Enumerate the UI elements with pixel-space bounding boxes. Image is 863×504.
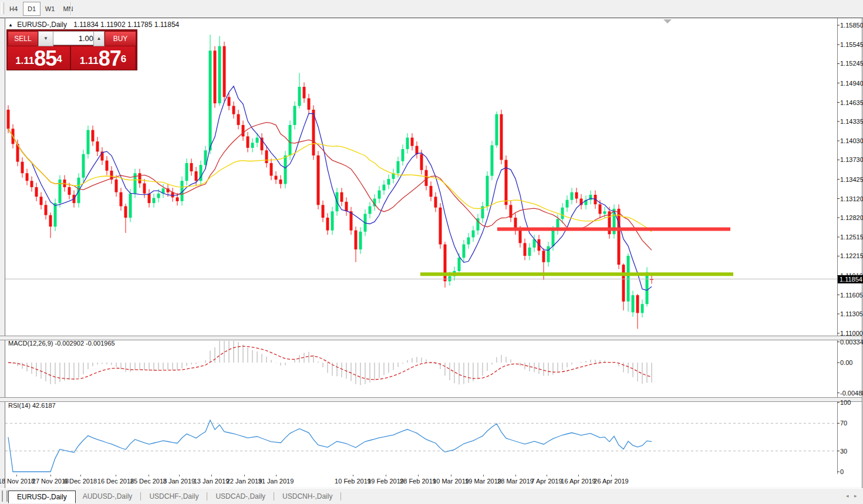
ohlc-values: 1.11834 1.11902 1.11785 1.11854 bbox=[73, 21, 179, 29]
symbol-tab-usdchf[interactable]: USDCHF-,Daily bbox=[142, 491, 205, 502]
date-label: 19 Mar 2019 bbox=[465, 478, 501, 485]
price-tick: 1.12820 bbox=[840, 214, 863, 221]
collapse-panel-icon[interactable]: ▲ bbox=[8, 22, 13, 28]
price-tick: 1.14940 bbox=[840, 80, 863, 87]
date-tick bbox=[80, 475, 81, 476]
date-tick bbox=[483, 475, 484, 476]
macd-tick: -0.004885 bbox=[840, 390, 863, 397]
date-tick bbox=[578, 475, 579, 476]
toolbar-grip[interactable] bbox=[1, 2, 4, 14]
rsi-tick: 30 bbox=[840, 448, 847, 455]
symbol-tab-eurusd[interactable]: EURUSD-,Daily bbox=[8, 491, 76, 503]
date-label: 22 Jan 2019 bbox=[227, 478, 262, 485]
date-tick bbox=[149, 475, 149, 476]
support-line[interactable] bbox=[420, 272, 733, 276]
date-label: 25 Dec 2018 bbox=[130, 478, 167, 485]
price-tick: 1.15545 bbox=[840, 41, 863, 48]
date-label: 6 Dec 2018 bbox=[64, 478, 97, 485]
date-tick bbox=[211, 475, 212, 476]
volume-input[interactable] bbox=[53, 31, 97, 45]
date-tick bbox=[611, 475, 612, 476]
buy-price-display[interactable]: 1.11876 bbox=[71, 46, 135, 70]
macd-label: MACD(12,26,9) -0.002902 -0.001965 bbox=[8, 340, 115, 347]
sell-button[interactable]: SELL bbox=[8, 31, 38, 46]
tab-bar-grip[interactable] bbox=[2, 491, 8, 502]
rsi-label: RSI(14) 42.6187 bbox=[8, 402, 56, 409]
date-tick bbox=[116, 475, 116, 476]
price-tick: 1.15245 bbox=[840, 60, 863, 67]
timeframe-button-mn[interactable]: MN bbox=[59, 2, 77, 16]
tab-separator bbox=[274, 492, 274, 500]
price-tick: 1.13120 bbox=[840, 195, 863, 202]
price-tick: 1.12215 bbox=[840, 252, 863, 259]
timeframe-button-d1[interactable]: D1 bbox=[23, 2, 41, 16]
buy-price-big: 87 bbox=[99, 49, 121, 69]
date-label: 3 Jan 2019 bbox=[163, 478, 195, 485]
price-panel[interactable] bbox=[5, 35, 837, 329]
price-tick: 1.11000 bbox=[840, 330, 863, 337]
price-tick: 1.13730 bbox=[840, 156, 863, 163]
tab-separator bbox=[140, 492, 141, 500]
date-tick bbox=[16, 475, 17, 476]
date-tick bbox=[515, 475, 516, 476]
date-label: 28 Feb 2019 bbox=[400, 478, 436, 485]
rsi-tick: 100 bbox=[840, 399, 851, 406]
chart-canvas[interactable] bbox=[0, 18, 863, 475]
sell-price-sup: 4 bbox=[56, 46, 62, 72]
timeframe-button-h4[interactable]: H4 bbox=[5, 2, 22, 16]
tab-scroll-left-icon[interactable]: ◂ bbox=[846, 493, 849, 499]
date-tick bbox=[179, 475, 180, 476]
price-tick: 1.11305 bbox=[840, 310, 863, 317]
date-axis[interactable]: 18 Nov 201827 Nov 20186 Dec 201816 Dec 2… bbox=[5, 475, 837, 488]
date-tick bbox=[547, 475, 547, 476]
date-label: 13 Jan 2019 bbox=[194, 478, 230, 485]
date-label: 26 Apr 2019 bbox=[594, 478, 628, 485]
date-tick bbox=[353, 475, 353, 476]
macd-tick: 0.00 bbox=[840, 359, 852, 366]
sell-price-small: 1.11 bbox=[15, 53, 34, 69]
price-tick: 1.12515 bbox=[840, 234, 863, 241]
buy-button[interactable]: BUY bbox=[104, 31, 136, 46]
symbol-tab-usdcnh[interactable]: USDCNH-,Daily bbox=[275, 491, 339, 502]
volume-decrease-button[interactable]: ▼ bbox=[38, 31, 53, 46]
toolbar: H4D1W1MN bbox=[0, 0, 863, 18]
buy-price-sup: 6 bbox=[121, 46, 126, 72]
buy-price-small: 1.11 bbox=[80, 53, 99, 69]
chart-title: ▲ EURUSD-,Daily 1.11834 1.11902 1.11785 … bbox=[8, 21, 179, 29]
date-tick bbox=[386, 475, 386, 476]
timeframe-button-w1[interactable]: W1 bbox=[41, 2, 59, 16]
toolbar-separator bbox=[70, 2, 72, 15]
price-tick: 1.11605 bbox=[840, 292, 863, 299]
price-tick: 1.15850 bbox=[840, 22, 863, 29]
date-label: 7 Apr 2019 bbox=[531, 478, 562, 485]
resistance-line[interactable] bbox=[497, 228, 730, 231]
macd-panel[interactable] bbox=[8, 341, 652, 385]
symbol-tab-audusd[interactable]: AUDUSD-,Daily bbox=[76, 491, 140, 502]
date-label: 16 Apr 2019 bbox=[561, 478, 595, 485]
date-label: 31 Jan 2019 bbox=[258, 478, 294, 485]
timeframe-buttons: H4D1W1MN bbox=[5, 2, 77, 16]
date-tick bbox=[418, 475, 419, 476]
date-label: 27 Nov 2018 bbox=[32, 478, 69, 485]
scroll-to-end-icon[interactable] bbox=[663, 19, 672, 23]
rsi-tick: 70 bbox=[840, 420, 847, 427]
date-label: 19 Feb 2019 bbox=[368, 478, 404, 485]
macd-tick: 0.003346 bbox=[840, 339, 863, 346]
sell-price-big: 85 bbox=[34, 49, 56, 69]
volume-increase-button[interactable]: ▲ bbox=[93, 31, 104, 46]
date-tick bbox=[451, 475, 451, 476]
price-tick: 1.14335 bbox=[840, 118, 863, 125]
sell-price-display[interactable]: 1.11854 bbox=[8, 46, 71, 70]
rsi-panel[interactable] bbox=[5, 420, 837, 472]
splitter-macd-rsi[interactable] bbox=[0, 397, 862, 402]
price-tick: 1.14030 bbox=[840, 137, 863, 144]
current-price-tag: 1.11854 bbox=[838, 275, 863, 283]
price-tick: 1.13425 bbox=[840, 176, 863, 183]
date-label: 16 Dec 2018 bbox=[97, 478, 134, 485]
symbol-tab-usdcad[interactable]: USDCAD-,Daily bbox=[208, 491, 272, 502]
date-label: 10 Mar 2019 bbox=[433, 478, 469, 485]
date-tick bbox=[50, 475, 51, 476]
tab-scroll-right-icon[interactable]: ▸ bbox=[854, 493, 857, 499]
price-tick: 1.14635 bbox=[840, 99, 863, 106]
splitter-price-macd[interactable] bbox=[0, 336, 862, 340]
